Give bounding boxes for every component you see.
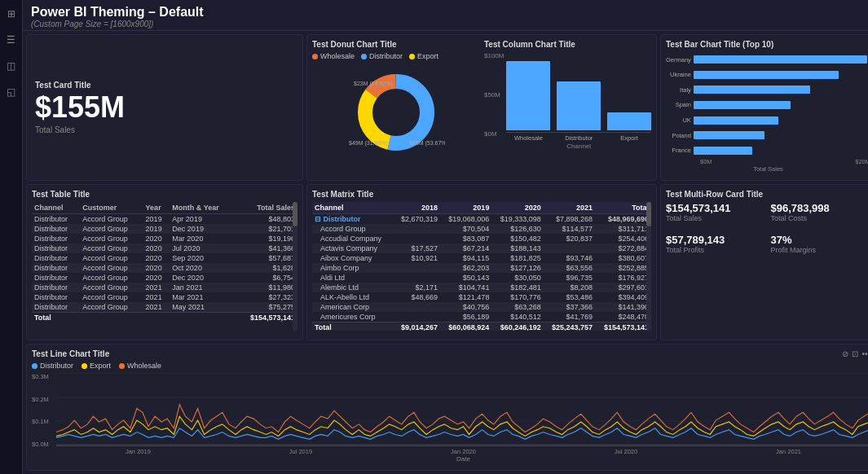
- horizontal-bars: [694, 52, 868, 158]
- col-year: Year: [143, 202, 170, 214]
- mcol-2019: 2019: [440, 202, 491, 214]
- table-row: DistributorAccord Group2020Oct 2020$1,62…: [32, 263, 297, 273]
- bar-export: [607, 112, 651, 130]
- dashboard: Test Card Title $155M Total Sales Test D…: [23, 31, 868, 474]
- table-header-row: Channel Customer Year Month & Year Total…: [32, 202, 297, 214]
- bar-label-uk: UK: [666, 116, 691, 124]
- y-0.2m: $0.2M: [32, 396, 55, 403]
- stat-profit-margins-value: 37%: [771, 234, 869, 246]
- more-icon[interactable]: •••: [861, 349, 868, 358]
- legend-distributor-line: Distributor: [32, 362, 73, 370]
- col-channel: Channel: [32, 202, 80, 214]
- column-y-axis: $100M $50M $0M: [484, 52, 506, 150]
- bar-label-ukraine: Ukraine: [666, 71, 691, 78]
- table-scrollbar[interactable]: [293, 202, 297, 331]
- line-header: Test Line Chart Title Distributor Export: [32, 349, 868, 373]
- line-svg-container: Jan 2019 Jul 2019 Jan 2020 Jul 2020 Jan …: [56, 373, 868, 463]
- column-title: Test Column Chart Title: [484, 40, 651, 49]
- table-title: Test Table Title: [32, 190, 297, 199]
- matrix-scrollbar[interactable]: [646, 202, 651, 331]
- header: Power BI Theming – Default (Custom Page …: [23, 0, 868, 31]
- line-title: Test Line Chart Title: [32, 349, 161, 358]
- label-export-line: Export: [90, 362, 111, 370]
- legend-label-export: Export: [417, 52, 438, 60]
- bar-distributor-fill: [557, 81, 601, 130]
- bar-x-title: Total Sales: [666, 165, 868, 173]
- kpi-label: Total Sales: [35, 125, 294, 134]
- legend-export: Export: [409, 52, 438, 60]
- matrix-header-row: Channel 2018 2019 2020 2021 Total: [312, 202, 651, 214]
- bar-chart-card: Test Bar Chart Title (Top 10) Germany Uk…: [660, 34, 868, 181]
- line-x-axis-title: Date: [56, 455, 868, 463]
- x-label-jan2019: Jan 2019: [126, 448, 151, 455]
- matrix-row: Aibox Company$10,921$94,115$181,825$93,7…: [312, 253, 651, 263]
- column-section: Test Column Chart Title $100M $50M $0M: [484, 40, 651, 175]
- label-distributor-line: Distributor: [40, 362, 73, 370]
- stat-total-costs: $96,783,998 Total Costs: [771, 202, 869, 222]
- svg-text:$83M (53.67%): $83M (53.67%): [409, 140, 445, 147]
- bar-label-france: France: [666, 147, 691, 154]
- sidebar-icon-layers[interactable]: ◱: [4, 85, 19, 99]
- y-0.0m: $0.0M: [32, 441, 55, 448]
- column-bars-area: Wholesale Distributor Export Channel: [506, 52, 651, 150]
- dot-distributor-line: [32, 363, 37, 369]
- table-row: DistributorAccord Group2020Sep 2020$57,6…: [32, 253, 297, 263]
- donut-legend: Wholesale Distributor Export: [312, 52, 479, 60]
- table-total-row: Total$154,573,141: [32, 313, 297, 323]
- legend-wholesale: Wholesale: [312, 52, 355, 60]
- line-y-axis: $0.3M $0.2M $0.1M $0.0M: [32, 373, 56, 463]
- table-scroll-area[interactable]: Channel Customer Year Month & Year Total…: [32, 202, 297, 331]
- bar-label-spain: Spain: [666, 101, 691, 108]
- stat-total-sales-label: Total Sales: [666, 214, 766, 222]
- bar-distributor: [557, 81, 601, 130]
- y-label-50m: $50M: [484, 91, 504, 99]
- table-row: DistributorAccord Group2021Jan 2021$11,9…: [32, 283, 297, 292]
- donut-chart: $23M (14.62%) $49M (31.68%) $83M (53.67%…: [312, 64, 479, 161]
- stat-total-sales: $154,573,141 Total Sales: [666, 202, 766, 222]
- mcol-total: Total: [595, 202, 651, 214]
- stat-total-sales-value: $154,573,141: [666, 202, 766, 214]
- filter-icon[interactable]: ⊘: [842, 349, 848, 358]
- line-legend: Distributor Export Wholesale: [32, 362, 161, 370]
- sidebar-icon-layout[interactable]: ◫: [4, 59, 19, 73]
- matrix-row: Aldi Ltd$50,143$30,050$96,735$176,927: [312, 273, 651, 283]
- bar-export-fill: [607, 112, 651, 130]
- column-axis-label: Channel: [506, 143, 651, 150]
- table-card: Test Table Title Channel Customer Year M…: [26, 184, 303, 340]
- line-x-labels: Jan 2019 Jul 2019 Jan 2020 Jul 2020 Jan …: [56, 446, 868, 455]
- legend-wholesale-line: Wholesale: [119, 362, 161, 370]
- x-label-wholesale: Wholesale: [506, 134, 550, 142]
- focus-icon[interactable]: ⊡: [852, 349, 858, 358]
- table-body: DistributorAccord Group2019Apr 2019$48,8…: [32, 214, 297, 323]
- matrix-row: Accudial Company$83,087$150,482$20,837$2…: [312, 234, 651, 244]
- content-area: Power BI Theming – Default (Custom Page …: [23, 0, 868, 474]
- x-label-jan2020: Jan 2020: [451, 448, 476, 455]
- matrix-scroll-area[interactable]: Channel 2018 2019 2020 2021 Total ⊟ Dist…: [312, 202, 651, 331]
- table-row: DistributorAccord Group2019Apr 2019$48,8…: [32, 214, 297, 225]
- y-label-0m: $0M: [484, 130, 504, 138]
- legend-label-distributor: Distributor: [369, 52, 403, 60]
- table-row: DistributorAccord Group2020Jul 2020$41,3…: [32, 244, 297, 253]
- column-bars: [506, 52, 651, 133]
- matrix-row: American Corp$40,756$63,268$37,366$141,3…: [312, 302, 651, 312]
- x-label-jul2019: Jul 2019: [289, 448, 312, 455]
- bar-chart-area: Germany Ukraine Italy Spain UK Poland Fr…: [666, 52, 868, 158]
- page-subtitle: (Custom Page Size = [1600x900]): [31, 20, 860, 29]
- sidebar-icon-grid[interactable]: ⊞: [4, 7, 19, 21]
- matrix-table: Channel 2018 2019 2020 2021 Total ⊟ Dist…: [312, 202, 651, 331]
- legend-dot-distributor: [361, 54, 367, 59]
- main-container: ⊞ ☰ ◫ ◱ Power BI Theming – Default (Cust…: [0, 0, 868, 474]
- dot-export-line: [82, 363, 87, 369]
- hbar-france: [694, 147, 752, 155]
- legend-dot-wholesale: [312, 54, 318, 59]
- sidebar-icon-menu[interactable]: ☰: [4, 33, 19, 47]
- column-chart: $100M $50M $0M: [484, 52, 651, 150]
- bar-label-italy: Italy: [666, 86, 691, 94]
- donut-svg: $23M (14.62%) $49M (31.68%) $83M (53.67%…: [347, 68, 445, 157]
- sidebar: ⊞ ☰ ◫ ◱: [0, 0, 23, 474]
- matrix-row: Alembic Ltd$2,171$104,741$182,481$8,208$…: [312, 283, 651, 292]
- line-chart-actions: ⊘ ⊡ •••: [842, 349, 868, 358]
- col-customer: Customer: [80, 202, 143, 214]
- hbar-italy: [694, 86, 810, 94]
- bar-label-germany: Germany: [666, 56, 691, 64]
